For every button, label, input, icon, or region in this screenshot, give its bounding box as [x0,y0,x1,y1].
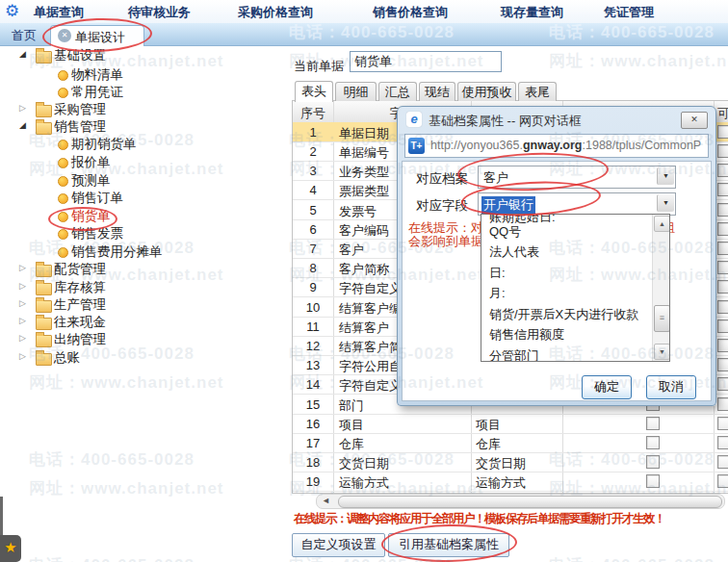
tree-item-sales-expense[interactable]: 销售费用分摊单 [0,243,284,261]
tree-item-sales-order[interactable]: 销售订单 [0,189,284,207]
horizontal-scrollbar[interactable]: ◄ [316,494,725,509]
dropdown-item[interactable]: 法人代表 [481,242,655,262]
row-checkbox[interactable] [717,397,728,411]
archive-combobox[interactable]: 客户 ▼ [478,166,676,189]
tree-item-forecast[interactable]: 预测单 [0,171,284,190]
collapse-arrow-icon[interactable]: ▷ [19,333,26,343]
row-checkbox[interactable] [717,203,728,217]
tree-item-sales-delivery[interactable]: 销货单 [0,207,284,225]
ie-browser-icon: e [406,112,422,127]
dialog-address-bar[interactable]: T+ http://yonyou365.gnway.org:1988/tplus… [404,134,709,158]
app-window: ⚙ 单据查询 待审核业务 采购价格查询 销售价格查询 现存量查询 凭证管理 首页… [0,0,728,562]
row-checkbox[interactable] [717,377,728,391]
ok-button[interactable]: 确定 [582,375,632,399]
chevron-down-icon[interactable]: ▼ [657,194,674,212]
expand-arrow-icon[interactable]: ◢ [19,120,26,130]
tree-item-common-voucher[interactable]: 常用凭证 [0,83,284,101]
expand-arrow-icon[interactable]: ◢ [19,49,26,59]
tree-item-material-list[interactable]: 物料清单 [0,65,284,84]
tree-item-general-ledger[interactable]: ▷ 总账 [0,348,284,367]
dialog-close-icon[interactable]: ✕ [681,112,708,129]
tree-item-sales-invoice[interactable]: 销售发票 [0,224,284,243]
tree-item-production-mgmt[interactable]: ▷ 生产管理 [0,295,284,314]
tab-detail[interactable]: 明细 [335,82,377,101]
tab-header[interactable]: 表头 [295,81,333,102]
dropdown-scrollbar[interactable]: ▲ ≡ ▼ [652,215,669,361]
table-row[interactable]: 16项目项目 [293,414,728,434]
tree-item-quotation[interactable]: 报价单 [0,153,284,171]
table-row[interactable]: 17仓库仓库 [293,433,728,453]
current-doc-input[interactable] [350,51,502,72]
row-checkbox[interactable] [717,455,728,469]
menu-item-voucher-manage[interactable]: 凭证管理 [604,4,654,21]
menu-item-pending-audit[interactable]: 待审核业务 [128,4,191,21]
tab-close-icon[interactable]: ✕ [58,29,71,42]
row-checkbox[interactable] [717,183,728,196]
row-checkbox[interactable] [717,222,728,236]
custom-items-button[interactable]: 自定义项设置 [292,533,385,557]
row-checkbox[interactable] [717,436,728,449]
tab-use-prepayment[interactable]: 使用预收 [457,82,516,101]
scrollbar-thumb[interactable] [338,496,722,508]
row-checkbox[interactable] [717,319,728,333]
table-row[interactable]: 18交货日期交货日期 [293,452,728,473]
tab-summary[interactable]: 汇总 [378,82,417,101]
folder-icon [36,300,52,313]
row-checkbox[interactable] [717,144,728,158]
dropdown-item[interactable]: QQ号 [481,221,655,242]
field-combobox[interactable]: 开户银行 ▼ [478,192,676,216]
tab-home[interactable]: 首页 [12,27,37,44]
dropdown-item[interactable]: 月: [481,283,655,303]
row-checkbox[interactable] [717,417,728,430]
scroll-left-icon[interactable]: ◄ [322,496,330,505]
table-row[interactable]: 19运输方式运输方式 [293,472,728,492]
tree-item-distribution-mgmt[interactable]: ▷ 配货管理 [0,260,284,278]
star-icon[interactable]: ★ [0,535,21,562]
tree-item-current-cash[interactable]: ▷ 往来现金 [0,313,284,331]
tree-item-initial-sales-order[interactable]: 期初销货单 [0,135,284,153]
row-checkbox[interactable] [717,300,728,314]
collapse-arrow-icon[interactable]: ▷ [19,103,26,113]
collapse-arrow-icon[interactable]: ▷ [19,351,26,361]
scroll-up-icon[interactable]: ▲ [654,216,670,232]
row-checkbox[interactable] [717,280,728,294]
row-checkbox[interactable] [646,417,660,430]
scrollbar-thumb[interactable]: ≡ [654,305,670,332]
row-checkbox[interactable] [717,358,728,371]
menu-item-purchase-price[interactable]: 采购价格查询 [238,4,313,21]
row-checkbox[interactable] [646,455,660,469]
tab-cash-settle[interactable]: 现结 [419,82,455,101]
menu-item-doc-query[interactable]: 单据查询 [34,4,84,21]
tree-item-inventory-accounting[interactable]: ▷ 库存核算 [0,278,284,296]
row-checkbox[interactable] [717,474,728,488]
row-checkbox[interactable] [717,125,728,139]
row-checkbox[interactable] [717,242,728,255]
tree-item-purchase-mgmt[interactable]: ▷ 采购管理 [0,100,284,118]
tab-bar: 首页 ✕ 单据设计 [0,23,728,46]
collapse-arrow-icon[interactable]: ▷ [19,298,26,308]
row-checkbox[interactable] [646,436,660,449]
dropdown-item[interactable]: 销售信用额度 [481,324,655,345]
dropdown-item[interactable]: 销货/开票后X天内进行收款 [481,304,655,324]
tree-item-cashier-mgmt[interactable]: ▷ 出纳管理 [0,330,284,348]
menu-item-sales-price[interactable]: 销售价格查询 [373,4,448,21]
gear-icon[interactable]: ⚙ [5,1,19,21]
collapse-arrow-icon[interactable]: ▷ [19,263,26,272]
row-checkbox[interactable] [646,474,660,488]
collapse-arrow-icon[interactable]: ▷ [19,281,26,291]
dropdown-item[interactable]: 分管部门 [481,345,655,362]
tab-document-design[interactable]: ✕ 单据设计 [50,25,144,46]
cancel-button[interactable]: 取消 [646,375,696,399]
tab-footer[interactable]: 表尾 [518,82,557,101]
collapse-arrow-icon[interactable]: ▷ [19,316,26,325]
row-checkbox[interactable] [717,261,728,274]
chevron-down-icon[interactable]: ▼ [657,167,674,185]
dropdown-item[interactable]: 日: [481,263,655,283]
row-checkbox[interactable] [717,339,728,352]
menu-item-stock-query[interactable]: 现存量查询 [501,4,563,21]
tree-item-basic-settings[interactable]: ◢ 基础设置 [0,46,284,64]
row-checkbox[interactable] [717,164,728,177]
ref-archive-attr-button[interactable]: 引用基础档案属性 [388,533,509,557]
tree-item-sales-mgmt[interactable]: ◢ 销售管理 [0,117,284,136]
scroll-down-icon[interactable]: ▼ [654,344,670,360]
